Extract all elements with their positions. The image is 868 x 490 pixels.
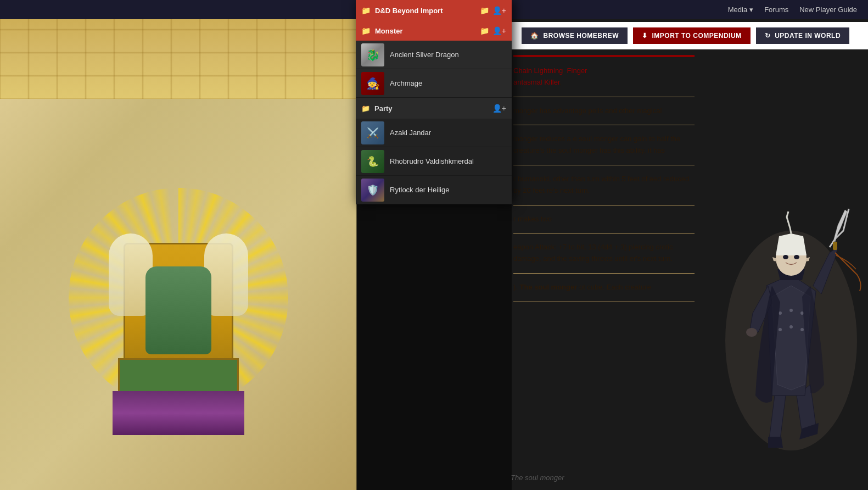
- svg-point-9: [783, 255, 788, 259]
- throne-creature: [145, 266, 211, 354]
- monster-folder-icon: 📁: [361, 26, 371, 35]
- monster-header-icons: 📁 👤+: [480, 26, 506, 35]
- party-add-member-icon[interactable]: 👤+: [492, 104, 506, 113]
- rhobrudro-name: Rhobrudro Valdishkmerdal: [390, 157, 474, 165]
- house-icon: 🏠: [530, 32, 539, 40]
- svg-point-6: [800, 328, 804, 331]
- rytlock-avatar: 🛡️: [361, 179, 384, 202]
- svg-point-7: [746, 328, 757, 337]
- chevron-down-icon: ▾: [749, 5, 753, 14]
- folder-icon: 📁: [361, 6, 371, 15]
- ddb-import-header: 📁 D&D Beyond Import 📁 👤+: [356, 0, 512, 21]
- monster-item-archmage[interactable]: 🧙 Archmage: [356, 69, 512, 98]
- throne: [113, 243, 244, 435]
- content-section-spells: Chain Lightning, Finger antasmal Killer,: [513, 65, 695, 97]
- soul-monger-caption: The soul monger: [511, 474, 564, 482]
- rytlock-name: Rytlock der Heilige: [390, 186, 449, 194]
- archmage-thumbnail-image: 🧙: [361, 72, 384, 95]
- monster-section-header: 📁 Monster 📁 👤+: [356, 21, 512, 41]
- warrior-figure-svg: [720, 121, 863, 461]
- sync-icon: ↻: [765, 32, 771, 40]
- content-text-2: monger reduces a e soul monger can gain …: [513, 133, 695, 157]
- content-text-1: monger has advantage pells and other mag…: [513, 105, 695, 117]
- content-section-3: r humanoid, other than turn within 5 fee…: [513, 174, 695, 205]
- chain-lightning-link[interactable]: Chain Lightning: [513, 66, 563, 75]
- ancient-silver-dragon-thumb: 🐉: [361, 43, 384, 66]
- throne-room-illustration: [0, 0, 357, 490]
- content-text-4: r makes two: [513, 214, 695, 225]
- party-member-rhobrudro[interactable]: 🐍 Rhobrudro Valdishkmerdal: [356, 147, 512, 176]
- content-section-6: ). The soul monger ot cube. Each creatur…: [513, 282, 695, 302]
- party-section-header: 📁 Party 👤+: [356, 98, 512, 119]
- import-to-compendium-button[interactable]: ⬇ Import to Compendium: [633, 27, 751, 44]
- azaki-avatar-image: ⚔️: [361, 121, 384, 144]
- finger-link[interactable]: Finger: [567, 66, 587, 75]
- rhobrudro-avatar-image: 🐍: [361, 150, 384, 173]
- media-nav-item[interactable]: Media ▾: [728, 5, 753, 14]
- content-text-5: eapon Attack: +7 to hit, 13 (4d4 + 3) pi…: [513, 242, 695, 265]
- browse-homebrew-button[interactable]: 🏠 Browse Homebrew: [522, 27, 628, 44]
- rytlock-avatar-image: 🛡️: [361, 179, 384, 202]
- content-section-5: eapon Attack: +7 to hit, 13 (4d4 + 3) pi…: [513, 242, 695, 274]
- ddb-header-icons: 📁 👤+: [480, 6, 506, 15]
- update-in-world-button[interactable]: ↻ Update in World: [756, 27, 849, 44]
- background-artwork: [0, 0, 357, 490]
- throne-base: [113, 391, 244, 435]
- dragon-thumbnail-image: 🐉: [361, 43, 384, 66]
- ancient-silver-dragon-name: Ancient Silver Dragon: [390, 51, 459, 59]
- content-section-4: r makes two: [513, 214, 695, 234]
- azaki-avatar: ⚔️: [361, 121, 384, 144]
- forums-nav-item[interactable]: Forums: [764, 5, 788, 14]
- red-divider: [513, 55, 695, 57]
- party-member-rytlock[interactable]: 🛡️ Rytlock der Heilige: [356, 176, 512, 204]
- ddb-person-add-icon[interactable]: 👤+: [492, 6, 506, 15]
- svg-point-2: [789, 309, 793, 312]
- monster-section-title: Monster: [375, 27, 475, 35]
- ddb-folder-action-icon[interactable]: 📁: [480, 6, 489, 15]
- rhobrudro-avatar: 🐍: [361, 150, 384, 173]
- azaki-name: Azaki Jandar: [390, 129, 431, 137]
- phantasmal-killer-link[interactable]: antasmal Killer: [513, 78, 560, 86]
- svg-rect-11: [833, 242, 837, 250]
- party-member-azaki-jandar[interactable]: ⚔️ Azaki Jandar: [356, 119, 512, 147]
- content-text-6: ). The soul monger ot cube. Each creatur…: [513, 282, 695, 293]
- ddb-import-title: D&D Beyond Import: [375, 7, 475, 15]
- svg-point-5: [789, 325, 793, 328]
- monster-folder-action-icon[interactable]: 📁: [480, 26, 489, 35]
- action-buttons-row: 🏠 Browse Homebrew ⬇ Import to Compendium…: [511, 22, 868, 49]
- content-text-3: r humanoid, other than turn within 5 fee…: [513, 174, 695, 197]
- archmage-name: Archmage: [390, 79, 422, 87]
- svg-point-10: [794, 255, 799, 259]
- ddb-import-dropdown: 📁 D&D Beyond Import 📁 👤+ 📁 Monster 📁 👤+ …: [356, 0, 512, 204]
- monster-person-add-icon[interactable]: 👤+: [492, 26, 506, 35]
- party-section-title: Party: [374, 104, 488, 113]
- party-folder-icon: 📁: [361, 104, 370, 113]
- archmage-thumb: 🧙: [361, 72, 384, 95]
- import-icon: ⬇: [642, 32, 648, 40]
- new-player-guide-nav-item[interactable]: New Player Guide: [799, 5, 857, 14]
- content-section-2: monger reduces a e soul monger can gain …: [513, 133, 695, 165]
- monster-item-ancient-silver-dragon[interactable]: 🐉 Ancient Silver Dragon: [356, 41, 512, 69]
- compendium-content-area: Chain Lightning, Finger antasmal Killer,…: [513, 55, 695, 310]
- soul-monger-image: [720, 121, 863, 461]
- content-section-1: monger has advantage pells and other mag…: [513, 105, 695, 126]
- svg-point-4: [779, 328, 782, 331]
